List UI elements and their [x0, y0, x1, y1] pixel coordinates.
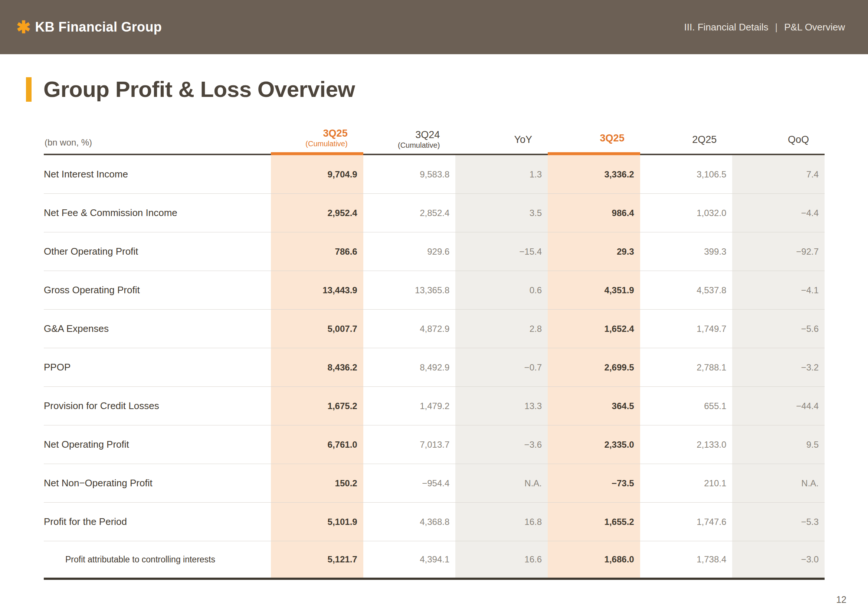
table-row: G&A Expenses5,007.74,872.92.81,652.41,74…	[44, 310, 825, 348]
breadcrumb-page: P&L Overview	[784, 22, 845, 33]
value-cell: 4,394.1	[363, 541, 456, 578]
col-header-3q25: 3Q25	[548, 126, 640, 155]
value-cell: 3,106.5	[640, 155, 733, 194]
table-row: Provision for Credit Losses1,675.21,479.…	[44, 387, 825, 425]
value-cell: 2,788.1	[640, 348, 733, 386]
table-row: Other Operating Profit786.6929.6−15.429.…	[44, 233, 825, 271]
col-header-sublabel: (Cumulative)	[398, 141, 440, 150]
breadcrumb-separator: |	[775, 22, 777, 33]
row-label: PPOP	[44, 348, 271, 386]
col-header-3q25-cumulative: 3Q25 (Cumulative)	[271, 126, 363, 155]
value-cell: −4.4	[732, 194, 825, 232]
value-cell: 1,749.7	[640, 310, 733, 348]
value-cell: 0.6	[455, 271, 548, 309]
table-row: Net Interest Income9,704.99,583.81.33,33…	[44, 155, 825, 194]
value-cell: 29.3	[548, 233, 640, 271]
row-label: Profit attributable to controlling inter…	[44, 541, 271, 578]
row-label: Net Operating Profit	[44, 425, 271, 464]
value-cell: −15.4	[455, 233, 548, 271]
value-cell: 2.8	[455, 310, 548, 348]
col-header-label: 3Q24	[415, 129, 440, 141]
value-cell: 4,368.8	[363, 502, 456, 541]
row-label: Net Interest Income	[44, 155, 271, 194]
value-cell: 8,436.2	[271, 348, 363, 386]
value-cell: 2,852.4	[363, 194, 456, 232]
table-row: Net Fee & Commission Income2,952.42,852.…	[44, 194, 825, 233]
value-cell: 2,335.0	[548, 425, 640, 464]
unit-label: (bn won, %)	[45, 137, 92, 150]
value-cell: 4,872.9	[363, 310, 456, 348]
value-cell: −5.6	[732, 310, 825, 348]
value-cell: 210.1	[640, 464, 733, 502]
value-cell: 655.1	[640, 387, 733, 425]
value-cell: 7.4	[732, 155, 825, 194]
value-cell: −0.7	[455, 348, 548, 386]
value-cell: −4.1	[732, 271, 825, 309]
value-cell: 13.3	[455, 387, 548, 425]
kb-logo-text: KB Financial Group	[35, 19, 162, 35]
value-cell: 2,952.4	[271, 194, 363, 232]
value-cell: 1,675.2	[271, 387, 363, 425]
col-header-label: 3Q25	[600, 133, 625, 144]
value-cell: −44.4	[732, 387, 825, 425]
value-cell: 364.5	[548, 387, 640, 425]
value-cell: 9.5	[732, 425, 825, 464]
value-cell: 2,133.0	[640, 425, 733, 464]
table-row: Net Operating Profit6,761.07,013.7−3.62,…	[44, 425, 825, 464]
value-cell: 1,738.4	[640, 541, 733, 578]
col-header-label: 3Q25	[323, 128, 348, 139]
row-label: Profit for the Period	[44, 502, 271, 541]
value-cell: −73.5	[548, 464, 640, 502]
value-cell: −3.2	[732, 348, 825, 386]
top-header-bar: ✱ KB Financial Group III. Financial Deta…	[0, 0, 868, 54]
value-cell: 9,583.8	[363, 155, 456, 194]
value-cell: −3.0	[732, 541, 825, 578]
row-label: Gross Operating Profit	[44, 271, 271, 309]
title-accent-bar	[26, 77, 31, 102]
page-title: Group Profit & Loss Overview	[43, 76, 355, 102]
value-cell: −92.7	[732, 233, 825, 271]
value-cell: 16.8	[455, 502, 548, 541]
value-cell: N.A.	[455, 464, 548, 502]
value-cell: 13,365.8	[363, 271, 456, 309]
table-header-row: (bn won, %) 3Q25 (Cumulative) 3Q24 (Cumu…	[44, 126, 825, 155]
value-cell: 8,492.9	[363, 348, 456, 386]
col-header-yoy: YoY	[455, 126, 548, 155]
value-cell: −954.4	[363, 464, 456, 502]
value-cell: −3.6	[455, 425, 548, 464]
value-cell: 6,761.0	[271, 425, 363, 464]
row-label: Net Fee & Commission Income	[44, 194, 271, 232]
value-cell: 9,704.9	[271, 155, 363, 194]
value-cell: N.A.	[732, 464, 825, 502]
col-header-qoq: QoQ	[732, 126, 825, 155]
col-header-label: QoQ	[788, 134, 809, 146]
value-cell: 1,479.2	[363, 387, 456, 425]
value-cell: −5.3	[732, 502, 825, 541]
slide: ✱ KB Financial Group III. Financial Deta…	[0, 0, 868, 614]
row-label: G&A Expenses	[44, 310, 271, 348]
table-body: Net Interest Income9,704.99,583.81.33,33…	[44, 155, 825, 580]
table-row: Profit for the Period5,101.94,368.816.81…	[44, 502, 825, 541]
row-label: Other Operating Profit	[44, 233, 271, 271]
value-cell: 5,007.7	[271, 310, 363, 348]
value-cell: 786.6	[271, 233, 363, 271]
value-cell: 399.3	[640, 233, 733, 271]
page-number: 12	[836, 594, 846, 605]
value-cell: 1,686.0	[548, 541, 640, 578]
value-cell: 1.3	[455, 155, 548, 194]
value-cell: 150.2	[271, 464, 363, 502]
value-cell: 7,013.7	[363, 425, 456, 464]
table-row: PPOP8,436.28,492.9−0.72,699.52,788.1−3.2	[44, 348, 825, 387]
value-cell: 5,101.9	[271, 502, 363, 541]
value-cell: 2,699.5	[548, 348, 640, 386]
kb-star-icon: ✱	[16, 19, 31, 36]
kb-logo: ✱ KB Financial Group	[16, 19, 162, 36]
col-header-2q25: 2Q25	[640, 126, 733, 155]
value-cell: 1,655.2	[548, 502, 640, 541]
col-header-label: 2Q25	[692, 134, 717, 146]
value-cell: 1,747.6	[640, 502, 733, 541]
breadcrumb: III. Financial Details | P&L Overview	[684, 22, 845, 33]
value-cell: 1,032.0	[640, 194, 733, 232]
col-header-sublabel: (Cumulative)	[305, 139, 347, 149]
value-cell: 13,443.9	[271, 271, 363, 309]
